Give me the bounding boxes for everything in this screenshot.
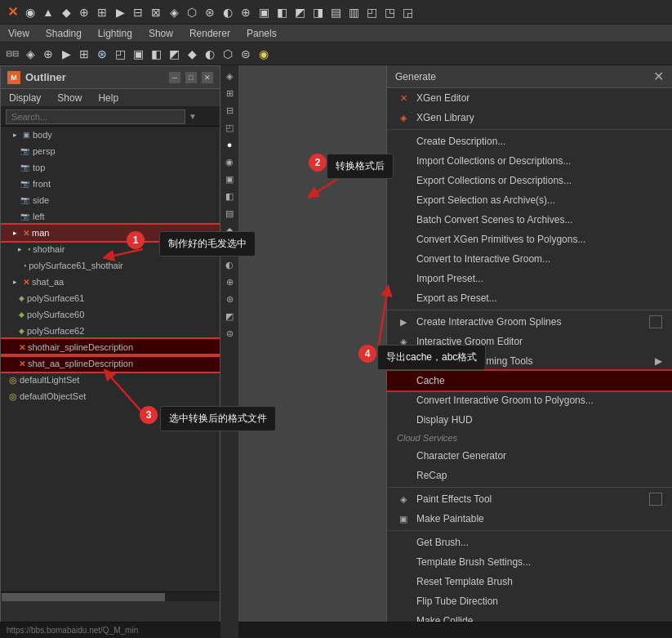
- st-icon-5[interactable]: ⊞: [75, 45, 93, 63]
- create-splines-checkbox[interactable]: [649, 315, 662, 328]
- ctx-create-splines[interactable]: ▶ Create Interactive Groom Splines: [387, 312, 672, 332]
- vp-icon-camera[interactable]: ◈: [222, 69, 237, 83]
- ctx-flip-tube[interactable]: Flip Tube Direction: [387, 591, 672, 611]
- ctx-export-sel[interactable]: Export Selection as Archive(s)...: [387, 190, 672, 210]
- st-icon-3[interactable]: ⊕: [39, 45, 57, 63]
- ctx-display-hud[interactable]: Display HUD: [387, 410, 672, 430]
- tool-icon-6[interactable]: ▶: [111, 3, 129, 21]
- tool-icon-7[interactable]: ⊟: [129, 3, 147, 21]
- vp-icon-minus[interactable]: ⊟: [222, 103, 237, 118]
- st-icon-13[interactable]: ⬡: [219, 45, 237, 63]
- tool-icon-4[interactable]: ⊕: [75, 3, 93, 21]
- close-button[interactable]: ✕: [202, 72, 213, 83]
- ctx-interactive-tools[interactable]: ◐ Interactive Grooming Tools ▶: [387, 351, 672, 371]
- st-icon-14[interactable]: ⊜: [237, 45, 255, 63]
- menu-view[interactable]: View: [5, 26, 33, 41]
- tool-icon-2[interactable]: ▲: [39, 3, 57, 21]
- outliner-horizontal-scrollbar[interactable]: [1, 591, 220, 601]
- tool-icon-13[interactable]: ⊕: [237, 3, 255, 21]
- search-dropdown-icon[interactable]: ▼: [189, 112, 197, 121]
- tree-item-front[interactable]: 📷 front: [1, 176, 220, 192]
- vp-icon-square[interactable]: ▣: [222, 172, 237, 186]
- ctx-xgen-library[interactable]: ◈ XGen Library: [387, 108, 672, 127]
- tree-item-poly60[interactable]: ◆ polySurface60: [1, 306, 220, 323]
- outliner-menu-help[interactable]: Help: [95, 91, 122, 105]
- ctx-make-paintable[interactable]: ▣ Make Paintable: [387, 509, 672, 529]
- outliner-menu-display[interactable]: Display: [6, 91, 44, 105]
- ctx-import-preset[interactable]: Import Preset...: [387, 269, 672, 288]
- tree-item-man[interactable]: ▸ ✕ man: [1, 225, 220, 241]
- ctx-create-desc[interactable]: Create Description...: [387, 132, 672, 151]
- tree-item-shat-aa[interactable]: ▸ ✕ shat_aa: [1, 274, 220, 290]
- st-icon-8[interactable]: ▣: [129, 45, 147, 63]
- tree-item-side[interactable]: 📷 side: [1, 192, 220, 208]
- vp-icon-half[interactable]: ◧: [222, 189, 237, 203]
- st-icon-15[interactable]: ◉: [255, 45, 273, 63]
- tree-item-shothair-spline[interactable]: ✕ shothair_splineDescription: [1, 339, 220, 355]
- tree-item-poly61[interactable]: ◆ polySurface61: [1, 290, 220, 306]
- menu-lighting[interactable]: Lighting: [95, 26, 136, 41]
- tool-icon-22[interactable]: ◲: [398, 3, 416, 21]
- ctx-import-coll[interactable]: Import Collections or Descriptions...: [387, 151, 672, 171]
- tool-icon-15[interactable]: ◧: [273, 3, 291, 21]
- vp-icon-ring[interactable]: ◉: [222, 154, 237, 169]
- tool-icon-18[interactable]: ▤: [327, 3, 345, 21]
- tool-icon-21[interactable]: ◳: [381, 3, 398, 21]
- tool-icon-12[interactable]: ◐: [219, 3, 237, 21]
- horizontal-scroll-thumb[interactable]: [2, 593, 165, 601]
- ctx-export-coll[interactable]: Export Collections or Descriptions...: [387, 171, 672, 190]
- tree-item-default-light-set[interactable]: ◎ defaultLightSet: [1, 372, 220, 388]
- ctx-xgen-editor[interactable]: ✕ XGen Editor: [387, 88, 672, 108]
- vp-icon-lines[interactable]: ▤: [222, 206, 237, 221]
- tool-icon-3[interactable]: ◆: [57, 3, 75, 21]
- maya-logo-icon[interactable]: ✕: [3, 3, 21, 21]
- vp-icon-half2[interactable]: ◐: [222, 257, 237, 272]
- ctx-recap[interactable]: ReCap: [387, 466, 672, 485]
- tool-icon-11[interactable]: ⊛: [201, 3, 219, 21]
- menu-renderer[interactable]: Renderer: [186, 26, 234, 41]
- tree-item-poly61-shothair[interactable]: ▪ polySurface61_shothair: [1, 257, 220, 274]
- ctx-convert-igroom-poly[interactable]: Convert Interactive Groom to Polygons...: [387, 390, 672, 410]
- ctx-export-preset[interactable]: Export as Preset...: [387, 288, 672, 308]
- tree-item-shat-spline[interactable]: ✕ shat_aa_splineDescription: [1, 355, 220, 372]
- st-icon-2[interactable]: ◈: [21, 45, 39, 63]
- tool-icon-5[interactable]: ⊞: [93, 3, 111, 21]
- ctx-convert-xgen[interactable]: Convert XGen Primitives to Polygons...: [387, 230, 672, 249]
- vp-icon-star[interactable]: ⊛: [222, 292, 237, 306]
- tool-icon-19[interactable]: ▥: [345, 3, 363, 21]
- tool-icon-9[interactable]: ◈: [165, 3, 183, 21]
- tree-item-default-obj-set[interactable]: ◎ defaultObjectSet: [1, 388, 220, 404]
- tool-icon-17[interactable]: ◨: [309, 3, 327, 21]
- tool-icon-10[interactable]: ⬡: [183, 3, 201, 21]
- vp-icon-circle[interactable]: ●: [222, 137, 237, 152]
- vp-icon-plus[interactable]: ⊕: [222, 274, 237, 289]
- st-icon-6[interactable]: ⊛: [93, 45, 111, 63]
- menu-show[interactable]: Show: [145, 26, 176, 41]
- tool-icon-16[interactable]: ◩: [291, 3, 309, 21]
- st-icon-9[interactable]: ◧: [147, 45, 165, 63]
- tree-item-left[interactable]: 📷 left: [1, 208, 220, 225]
- ctx-reset-template[interactable]: Reset Template Brush: [387, 572, 672, 591]
- st-icon-7[interactable]: ◰: [111, 45, 129, 63]
- minimize-button[interactable]: ─: [169, 72, 180, 83]
- tool-icon-14[interactable]: ▣: [255, 3, 273, 21]
- ctx-get-brush[interactable]: Get Brush...: [387, 533, 672, 552]
- st-icon-10[interactable]: ◩: [165, 45, 183, 63]
- vp-icon-diamond[interactable]: ◆: [222, 223, 237, 238]
- ctx-batch-convert[interactable]: Batch Convert Scenes to Archives...: [387, 210, 672, 230]
- restore-button[interactable]: □: [185, 72, 197, 83]
- ctx-cache[interactable]: Cache: [387, 371, 672, 390]
- ctx-convert-interactive[interactable]: Convert to Interactive Groom...: [387, 249, 672, 269]
- ctx-paint-effects[interactable]: ◈ Paint Effects Tool: [387, 489, 672, 509]
- paint-effects-checkbox[interactable]: [649, 493, 662, 506]
- menu-shading[interactable]: Shading: [42, 26, 85, 41]
- tool-icon-20[interactable]: ◰: [363, 3, 381, 21]
- vp-icon-circ2[interactable]: ⊜: [222, 326, 237, 341]
- tree-item-persp[interactable]: 📷 persp: [1, 143, 220, 159]
- tree-item-poly62[interactable]: ◆ polySurface62: [1, 323, 220, 339]
- vp-icon-grid[interactable]: ⊞: [222, 86, 237, 100]
- generate-collapse-btn[interactable]: ✕: [653, 69, 664, 84]
- menu-panels[interactable]: Panels: [243, 26, 280, 41]
- tree-item-shothair[interactable]: ▸ ▪ shothair: [1, 241, 220, 257]
- st-icon-12[interactable]: ◐: [201, 45, 219, 63]
